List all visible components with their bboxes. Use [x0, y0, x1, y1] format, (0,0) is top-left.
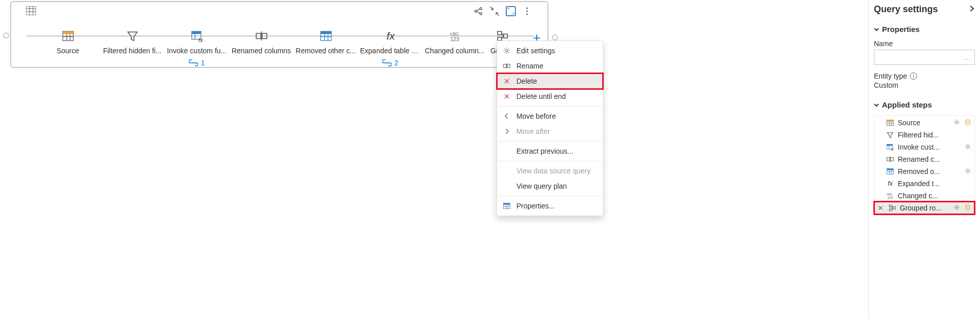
diagram-end-handle[interactable]: [552, 34, 558, 41]
applied-step[interactable]: fxExpanded t...: [874, 178, 974, 190]
x-icon: [502, 92, 511, 101]
svg-point-77: [967, 169, 969, 171]
applied-steps-head[interactable]: Applied steps: [874, 100, 975, 109]
applied-step[interactable]: fxInvoke cust...: [874, 141, 974, 153]
table-orange-icon: [59, 28, 77, 44]
applied-step-label: Expanded t...: [898, 180, 972, 188]
diagram-frame: Source Filtered hidden fi... fx Invoke c…: [10, 1, 548, 68]
diagram-step[interactable]: fx Invoke custom fu... 1: [165, 28, 229, 67]
menu-separator: [497, 141, 603, 142]
chev-left-icon: [502, 112, 511, 121]
applied-step[interactable]: Removed o...: [874, 165, 974, 178]
svg-point-68: [967, 145, 969, 147]
chev-right-icon: [502, 127, 511, 136]
svg-point-5: [475, 10, 477, 12]
diagram-step[interactable]: Source: [36, 28, 100, 55]
database-icon: [964, 119, 972, 127]
group-icon: [888, 203, 897, 213]
diagram-step[interactable]: Renamed columns: [229, 28, 293, 55]
svg-rect-70: [891, 158, 894, 161]
svg-point-14: [526, 13, 528, 15]
menu-separator: [497, 196, 603, 196]
name-label: Name: [874, 40, 975, 48]
svg-rect-44: [504, 64, 507, 67]
spacer-icon: [502, 147, 511, 156]
name-input[interactable]: [874, 50, 975, 65]
more-icon[interactable]: [522, 6, 532, 16]
svg-line-10: [490, 7, 493, 10]
properties-section-head[interactable]: Properties: [874, 25, 975, 33]
menu-item-move-after: Move after: [497, 124, 603, 139]
diagram-start-handle[interactable]: [3, 32, 9, 39]
svg-line-9: [477, 12, 480, 13]
svg-point-13: [526, 10, 528, 12]
menu-item-properties-[interactable]: Properties...: [497, 198, 603, 214]
diagram-step[interactable]: Filtered hidden fi...: [100, 28, 165, 55]
share-icon[interactable]: [473, 6, 483, 16]
menu-item-edit-settings[interactable]: Edit settings: [497, 43, 603, 58]
table-fx-icon: fx: [886, 143, 895, 152]
svg-rect-38: [498, 31, 502, 35]
step-label: Expanded table c...: [358, 47, 422, 55]
step-link-badge[interactable]: 1: [189, 59, 205, 67]
menu-item-label: View data source query: [516, 167, 591, 175]
menu-item-label: Move after: [516, 127, 550, 135]
step-label: Source: [36, 47, 100, 55]
x-icon: [502, 77, 511, 86]
gear-icon[interactable]: [953, 119, 961, 127]
svg-rect-57: [887, 120, 894, 121]
menu-item-delete-until-end[interactable]: Delete until end: [497, 89, 603, 104]
diagram-step[interactable]: ABC123 Changed column...: [422, 28, 487, 55]
svg-marker-20: [127, 32, 137, 41]
menu-separator: [497, 106, 603, 107]
rename-icon: [253, 28, 270, 44]
table-blue-icon: [502, 201, 511, 210]
svg-rect-65: [887, 144, 893, 146]
step-label: Changed column...: [422, 47, 487, 55]
svg-rect-27: [262, 33, 267, 39]
gear-icon[interactable]: [964, 167, 972, 176]
applied-step[interactable]: ABC123Changed c...: [874, 190, 974, 202]
chevron-down-icon: [874, 102, 879, 108]
fullscreen-icon[interactable]: [506, 6, 516, 16]
fx-icon: fx: [886, 179, 895, 188]
svg-rect-83: [889, 205, 892, 207]
properties-label: Properties: [882, 25, 920, 33]
diagram-step[interactable]: fx Expanded table c... 2: [358, 28, 422, 67]
table-orange-icon: [886, 118, 895, 127]
svg-rect-85: [893, 207, 896, 209]
gear-icon[interactable]: [964, 143, 972, 152]
step-context-menu: Edit settingsRenameDeleteDelete until en…: [497, 41, 603, 216]
menu-item-rename[interactable]: Rename: [497, 58, 603, 74]
menu-item-extract-previous-[interactable]: Extract previous...: [497, 144, 603, 159]
query-settings-pane: Query settings Properties Name Entity ty…: [868, 0, 980, 318]
diagram-step[interactable]: Removed other c...: [293, 28, 358, 55]
menu-item-delete[interactable]: Delete: [497, 74, 603, 89]
applied-step[interactable]: Filtered hid...: [874, 129, 974, 141]
menu-item-view-query-plan[interactable]: View query plan: [497, 179, 603, 194]
applied-step[interactable]: Source: [874, 117, 974, 129]
pane-title: Query settings: [874, 4, 938, 15]
menu-item-move-before[interactable]: Move before: [497, 109, 603, 124]
gear-icon[interactable]: [953, 204, 961, 213]
applied-step-label: Grouped ro...: [900, 204, 950, 212]
applied-step[interactable]: Grouped ro...: [874, 202, 974, 214]
menu-item-label: Properties...: [516, 202, 554, 210]
pane-collapse-icon[interactable]: [969, 4, 975, 15]
applied-step[interactable]: Renamed c...: [874, 153, 974, 165]
delete-step-icon[interactable]: [876, 204, 885, 211]
svg-text:fx: fx: [386, 30, 395, 42]
collapse-icon[interactable]: [489, 6, 500, 16]
svg-text:ABC: ABC: [887, 193, 893, 196]
svg-text:fx: fx: [891, 147, 894, 151]
svg-line-8: [477, 9, 480, 11]
svg-rect-30: [320, 31, 331, 34]
svg-point-43: [506, 50, 508, 52]
diagram-steps-row: Source Filtered hidden fi... fx Invoke c…: [36, 28, 517, 67]
step-label: Filtered hidden fi...: [100, 47, 165, 55]
menu-item-label: View query plan: [516, 182, 567, 190]
step-link-badge[interactable]: 2: [382, 59, 399, 67]
svg-marker-63: [887, 132, 893, 137]
info-icon[interactable]: i: [910, 73, 917, 80]
gear-icon: [502, 46, 511, 55]
